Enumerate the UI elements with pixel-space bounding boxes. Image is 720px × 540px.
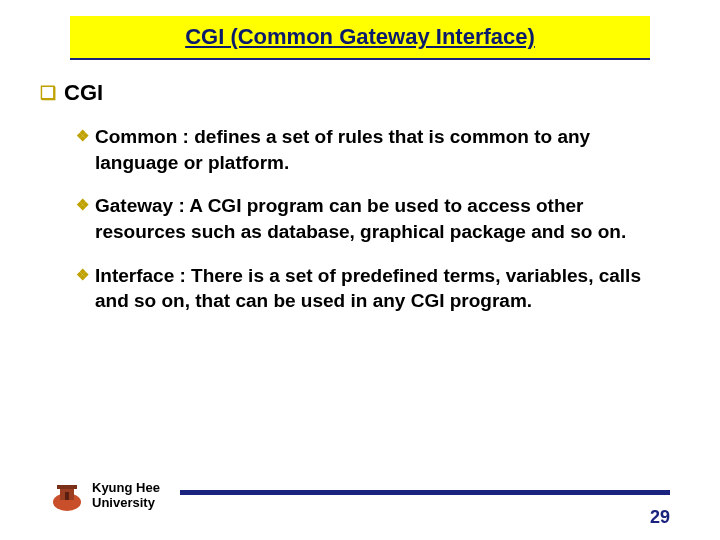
list-item: ❖ Interface : There is a set of predefin… [76,263,670,314]
slide-title: CGI (Common Gateway Interface) [185,24,535,50]
content-area: ❑ CGI ❖ Common : defines a set of rules … [40,80,670,332]
diamond-bullet-icon: ❖ [76,193,89,244]
footer: Kyung Hee University 29 [50,478,670,526]
title-bar: CGI (Common Gateway Interface) [70,16,650,60]
list-item-text: Gateway : A CGI program can be used to a… [95,193,670,244]
svg-rect-2 [57,485,77,489]
heading-text: CGI [64,80,103,106]
list-item: ❖ Gateway : A CGI program can be used to… [76,193,670,244]
university-line1: Kyung Hee [92,481,160,496]
university-name: Kyung Hee University [92,481,160,511]
heading-row: ❑ CGI [40,80,670,106]
list-item: ❖ Common : defines a set of rules that i… [76,124,670,175]
university-logo-icon [50,480,84,514]
diamond-bullet-icon: ❖ [76,124,89,175]
list-item-text: Common : defines a set of rules that is … [95,124,670,175]
footer-divider [180,490,670,495]
page-number: 29 [650,507,670,528]
list-item-text: Interface : There is a set of predefined… [95,263,670,314]
slide: CGI (Common Gateway Interface) ❑ CGI ❖ C… [0,0,720,540]
square-bullet-icon: ❑ [40,80,56,106]
university-line2: University [92,496,160,511]
svg-rect-3 [65,492,69,500]
diamond-bullet-icon: ❖ [76,263,89,314]
